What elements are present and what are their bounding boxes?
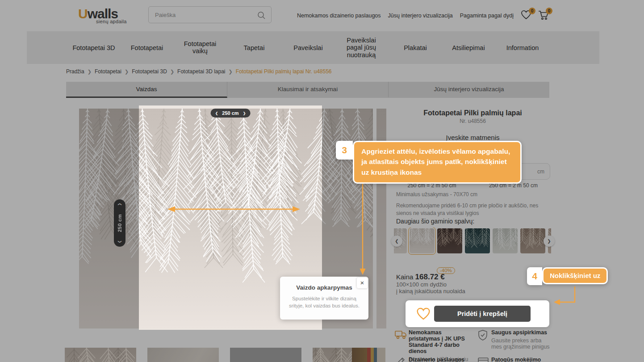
- step-text: Noklikšķiniet uz: [542, 267, 608, 284]
- add-to-cart-button[interactable]: Pridėti į krepšelį: [434, 306, 531, 322]
- crop-modal-title: Vaizdo apkarpymas: [280, 284, 368, 291]
- close-icon[interactable]: ×: [357, 278, 368, 288]
- page: Uwalls sienų apdaila Nemokamos dizaineri…: [0, 0, 644, 362]
- chevron-left-icon: ❮: [215, 111, 218, 115]
- step-number: 3: [336, 141, 353, 160]
- wishlist-heart-icon[interactable]: [416, 307, 431, 320]
- width-ruler-label: 250 cm: [222, 110, 238, 116]
- crop-modal: Vaizdo apkarpymas Spustelėkite ir vilkit…: [280, 277, 368, 320]
- tutorial-step-3: 3 Apgrieziet attēlu, izvēloties vēlamo a…: [336, 141, 522, 184]
- tutorial-step-4: 4 Noklikšķiniet uz: [527, 267, 608, 285]
- chevron-right-icon: ❯: [243, 111, 246, 115]
- step-text: Apgrieziet attēlu, izvēloties vēlamo apg…: [353, 141, 522, 184]
- crop-modal-body: Spustelėkite ir vilkite dizainą srityje,…: [285, 295, 363, 309]
- add-to-cart-box: Pridėti į krepšelį: [406, 300, 549, 327]
- step-number: 4: [527, 267, 542, 285]
- width-drag-arrow[interactable]: [167, 205, 300, 214]
- width-ruler: ❮ 250 cm ❯: [211, 109, 251, 118]
